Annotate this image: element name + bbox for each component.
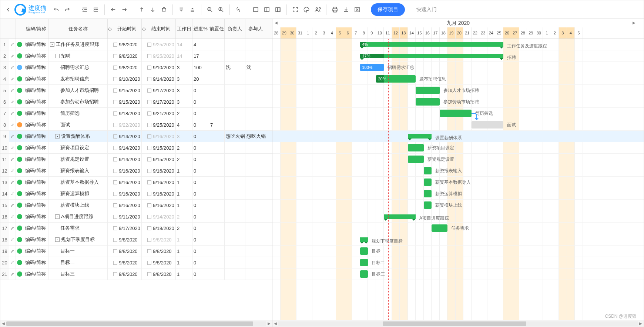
- cell-workdays[interactable]: 1: [176, 200, 192, 211]
- cell-participant[interactable]: [245, 246, 266, 257]
- cell-end[interactable]: 9/16/2020: [146, 177, 176, 188]
- cell-progress[interactable]: 0: [192, 119, 209, 130]
- gantt-bar[interactable]: 设置薪酬体系: [408, 134, 432, 139]
- cell-name[interactable]: 薪资规定设置: [48, 154, 108, 165]
- cell-workdays[interactable]: 1: [176, 257, 192, 268]
- cell-pred[interactable]: [209, 165, 225, 176]
- cell-name[interactable]: 目标三: [48, 268, 108, 280]
- cell-workdays[interactable]: 3: [176, 73, 192, 84]
- cell-progress[interactable]: 4: [192, 39, 209, 50]
- cell-code[interactable]: 编码/简称: [24, 165, 48, 176]
- tree-toggle-icon[interactable]: -: [50, 42, 54, 47]
- edit-icon[interactable]: [9, 268, 16, 280]
- cell-owner[interactable]: [225, 73, 245, 84]
- table-row[interactable]: 12编码/简称薪资报表输入9/16/20209/16/202010: [0, 165, 272, 177]
- cell-workdays[interactable]: 2: [176, 211, 192, 222]
- cell-participant[interactable]: [245, 96, 266, 107]
- cell-name[interactable]: 参加劳动市场招聘: [48, 96, 108, 107]
- cell-end[interactable]: 9/15/2020: [146, 154, 176, 165]
- expand-icon[interactable]: [188, 5, 197, 14]
- cell-workdays[interactable]: 1: [176, 188, 192, 199]
- cell-end[interactable]: 9/8/2020: [146, 257, 176, 268]
- cell-progress[interactable]: 0: [192, 165, 209, 176]
- cell-pred[interactable]: [209, 223, 225, 234]
- cell-participant[interactable]: [245, 154, 266, 165]
- cell-pred[interactable]: [209, 154, 225, 165]
- cell-pred[interactable]: [209, 108, 225, 119]
- cell-name[interactable]: -工作任务及进度跟踪: [48, 39, 108, 50]
- edit-icon[interactable]: [9, 177, 16, 188]
- cell-start[interactable]: 9/14/2020: [112, 142, 142, 153]
- cell-end[interactable]: 9/25/2020: [146, 119, 176, 130]
- cell-owner[interactable]: 想吃火锅: [225, 131, 245, 142]
- cell-pred[interactable]: [209, 50, 225, 61]
- cell-participant[interactable]: [245, 268, 266, 280]
- cell-end[interactable]: 9/8/2020: [146, 268, 176, 280]
- cell-owner[interactable]: 沈: [225, 62, 245, 73]
- gantt-bar[interactable]: 薪资报表输入: [424, 167, 432, 174]
- excel-icon[interactable]: [352, 5, 362, 14]
- cell-pred[interactable]: [209, 131, 225, 142]
- edit-icon[interactable]: [9, 257, 16, 268]
- cell-code[interactable]: 编码/简称: [24, 246, 48, 257]
- users-icon[interactable]: [313, 5, 322, 14]
- cell-owner[interactable]: [225, 154, 245, 165]
- cell-name[interactable]: -A项目进度跟踪: [48, 211, 108, 222]
- cell-pred[interactable]: [209, 234, 225, 245]
- cell-workdays[interactable]: 1: [176, 234, 192, 245]
- col-progress[interactable]: 进度%: [192, 19, 209, 39]
- col-name[interactable]: 任务名称: [48, 19, 108, 39]
- gantt-bar[interactable]: 薪资模块上线: [424, 201, 432, 209]
- cell-code[interactable]: 编码/简称: [24, 188, 48, 199]
- gantt-bar[interactable]: 4%工作任务及进度跟踪: [360, 42, 503, 47]
- cell-start[interactable]: 9/14/2020: [112, 131, 142, 142]
- edit-icon[interactable]: [9, 200, 16, 211]
- cell-progress[interactable]: 100: [192, 62, 209, 73]
- cell-start[interactable]: 9/16/2020: [112, 177, 142, 188]
- gantt-bar[interactable]: 薪资规定设置: [408, 156, 424, 163]
- gantt-bar[interactable]: 目标三: [360, 270, 368, 278]
- cell-participant[interactable]: 沈: [245, 62, 266, 73]
- cell-pred[interactable]: [209, 177, 225, 188]
- cell-progress[interactable]: 0: [192, 211, 209, 222]
- col-start[interactable]: 开始时间: [112, 19, 142, 39]
- cell-pred[interactable]: [209, 142, 225, 153]
- cell-participant[interactable]: [245, 200, 266, 211]
- cell-name[interactable]: 面试: [48, 119, 108, 130]
- gantt-bar[interactable]: 参加人才市场招聘: [416, 87, 440, 94]
- cell-code[interactable]: 编码/简称: [24, 234, 48, 245]
- cell-participant[interactable]: [245, 211, 266, 222]
- cell-name[interactable]: 薪资模块上线: [48, 200, 108, 211]
- gantt-bar[interactable]: 100%招聘需求汇总: [360, 64, 384, 71]
- cell-progress[interactable]: 0: [192, 142, 209, 153]
- gantt-bar[interactable]: 目标一: [360, 247, 368, 255]
- table-row[interactable]: 7编码/简称简历筛选9/18/20209/21/202020: [0, 108, 272, 119]
- table-row[interactable]: 15编码/简称薪资模块上线9/16/20209/16/202010: [0, 200, 272, 211]
- edit-icon[interactable]: [9, 154, 16, 165]
- save-project-button[interactable]: 保存项目: [371, 3, 405, 16]
- edit-icon[interactable]: [9, 119, 16, 130]
- cell-progress[interactable]: 0: [192, 223, 209, 234]
- cell-participant[interactable]: [245, 257, 266, 268]
- cell-progress[interactable]: 0: [192, 96, 209, 107]
- edit-icon[interactable]: [9, 234, 16, 245]
- cell-name[interactable]: 薪资基本数据导入: [48, 177, 108, 188]
- edit-icon[interactable]: [9, 39, 16, 50]
- cell-end[interactable]: 9/14/2020: [146, 211, 176, 222]
- cell-participant[interactable]: [245, 234, 266, 245]
- edit-icon[interactable]: [9, 96, 16, 107]
- cell-owner[interactable]: [225, 108, 245, 119]
- move-left-icon[interactable]: [108, 5, 118, 14]
- edit-icon[interactable]: [9, 131, 16, 142]
- cell-end[interactable]: 9/15/2020: [146, 142, 176, 153]
- cell-start[interactable]: 9/16/2020: [112, 200, 142, 211]
- download-icon[interactable]: [341, 5, 351, 14]
- cell-workdays[interactable]: 14: [176, 50, 192, 61]
- cell-code[interactable]: 编码/简称: [24, 211, 48, 222]
- cell-start[interactable]: 9/8/2020: [112, 234, 142, 245]
- layout-2-icon[interactable]: [262, 5, 272, 14]
- table-row[interactable]: 18编码/简称-规划下季度目标9/8/20209/8/202010: [0, 234, 272, 246]
- cell-code[interactable]: 编码/简称: [24, 223, 48, 234]
- cell-name[interactable]: 发布招聘信息: [48, 73, 108, 84]
- cell-workdays[interactable]: 1: [176, 177, 192, 188]
